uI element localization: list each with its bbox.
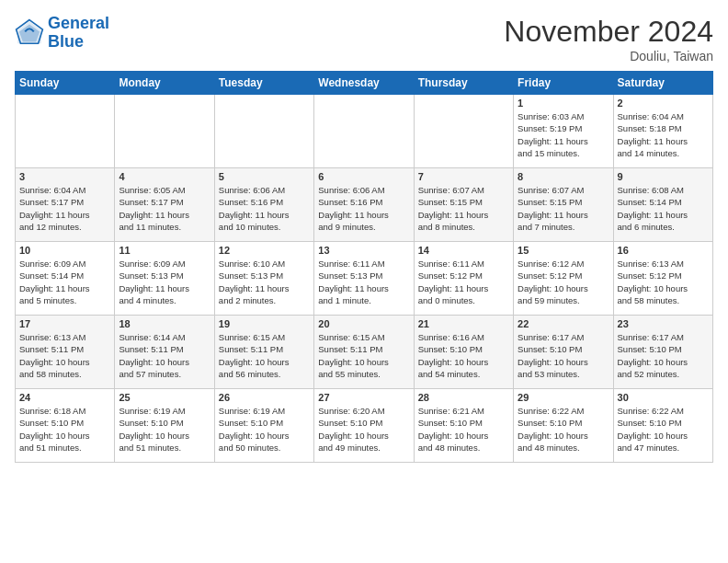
day-number: 8 [518, 171, 609, 182]
day-number: 15 [518, 245, 609, 256]
day-cell: 5Sunrise: 6:06 AM Sunset: 5:16 PM Daylig… [214, 168, 313, 242]
day-info: Sunrise: 6:15 AM Sunset: 5:11 PM Dayligh… [219, 331, 310, 380]
day-info: Sunrise: 6:09 AM Sunset: 5:13 PM Dayligh… [119, 258, 210, 306]
day-number: 16 [618, 245, 709, 256]
day-info: Sunrise: 6:11 AM Sunset: 5:12 PM Dayligh… [418, 258, 509, 306]
day-cell: 7Sunrise: 6:07 AM Sunset: 5:15 PM Daylig… [414, 168, 513, 242]
day-info: Sunrise: 6:17 AM Sunset: 5:10 PM Dayligh… [518, 331, 609, 380]
day-cell: 3Sunrise: 6:04 AM Sunset: 5:17 PM Daylig… [16, 168, 115, 242]
day-info: Sunrise: 6:13 AM Sunset: 5:11 PM Dayligh… [19, 331, 110, 380]
day-info: Sunrise: 6:06 AM Sunset: 5:16 PM Dayligh… [318, 184, 409, 233]
day-info: Sunrise: 6:10 AM Sunset: 5:13 PM Dayligh… [219, 258, 310, 306]
day-cell: 14Sunrise: 6:11 AM Sunset: 5:12 PM Dayli… [414, 242, 513, 316]
day-info: Sunrise: 6:18 AM Sunset: 5:10 PM Dayligh… [19, 405, 110, 454]
week-row-1: 1Sunrise: 6:03 AM Sunset: 5:19 PM Daylig… [16, 95, 713, 168]
weekday-header-thursday: Thursday [414, 72, 513, 95]
day-number: 22 [518, 318, 609, 329]
day-number: 12 [219, 245, 310, 256]
calendar-table: SundayMondayTuesdayWednesdayThursdayFrid… [15, 71, 713, 463]
day-cell: 10Sunrise: 6:09 AM Sunset: 5:14 PM Dayli… [16, 242, 115, 316]
day-cell [214, 95, 313, 168]
weekday-header-sunday: Sunday [16, 72, 115, 95]
page-header: General Blue November 2024 Douliu, Taiwa… [15, 15, 713, 63]
day-cell: 30Sunrise: 6:22 AM Sunset: 5:10 PM Dayli… [613, 389, 712, 463]
day-info: Sunrise: 6:07 AM Sunset: 5:15 PM Dayligh… [518, 184, 609, 233]
day-cell: 24Sunrise: 6:18 AM Sunset: 5:10 PM Dayli… [16, 389, 115, 463]
day-info: Sunrise: 6:22 AM Sunset: 5:10 PM Dayligh… [518, 405, 609, 454]
day-info: Sunrise: 6:21 AM Sunset: 5:10 PM Dayligh… [418, 405, 509, 454]
day-number: 11 [119, 245, 210, 256]
logo-blue: Blue [48, 32, 84, 51]
day-cell: 26Sunrise: 6:19 AM Sunset: 5:10 PM Dayli… [214, 389, 313, 463]
day-cell: 15Sunrise: 6:12 AM Sunset: 5:12 PM Dayli… [514, 242, 613, 316]
day-cell [314, 95, 414, 168]
day-info: Sunrise: 6:09 AM Sunset: 5:14 PM Dayligh… [19, 258, 110, 306]
day-number: 6 [318, 171, 409, 182]
day-cell: 27Sunrise: 6:20 AM Sunset: 5:10 PM Dayli… [314, 389, 414, 463]
day-number: 20 [318, 318, 409, 329]
day-info: Sunrise: 6:04 AM Sunset: 5:18 PM Dayligh… [618, 110, 709, 159]
day-number: 3 [19, 171, 110, 182]
weekday-header-saturday: Saturday [613, 72, 712, 95]
day-cell: 2Sunrise: 6:04 AM Sunset: 5:18 PM Daylig… [613, 95, 712, 168]
day-info: Sunrise: 6:07 AM Sunset: 5:15 PM Dayligh… [418, 184, 509, 233]
day-number: 26 [219, 392, 310, 403]
day-cell: 25Sunrise: 6:19 AM Sunset: 5:10 PM Dayli… [115, 389, 214, 463]
day-cell: 19Sunrise: 6:15 AM Sunset: 5:11 PM Dayli… [214, 316, 313, 389]
day-info: Sunrise: 6:20 AM Sunset: 5:10 PM Dayligh… [318, 405, 409, 454]
day-info: Sunrise: 6:06 AM Sunset: 5:16 PM Dayligh… [219, 184, 310, 233]
day-cell: 20Sunrise: 6:15 AM Sunset: 5:11 PM Dayli… [314, 316, 414, 389]
day-number: 14 [418, 245, 509, 256]
logo-icon [15, 18, 44, 48]
day-cell: 29Sunrise: 6:22 AM Sunset: 5:10 PM Dayli… [514, 389, 613, 463]
day-cell [16, 95, 115, 168]
day-info: Sunrise: 6:22 AM Sunset: 5:10 PM Dayligh… [618, 405, 709, 454]
day-number: 24 [19, 392, 110, 403]
day-number: 9 [618, 171, 709, 182]
day-cell: 17Sunrise: 6:13 AM Sunset: 5:11 PM Dayli… [16, 316, 115, 389]
week-row-2: 3Sunrise: 6:04 AM Sunset: 5:17 PM Daylig… [16, 168, 713, 242]
day-number: 4 [119, 171, 210, 182]
day-number: 30 [618, 392, 709, 403]
day-info: Sunrise: 6:08 AM Sunset: 5:14 PM Dayligh… [618, 184, 709, 233]
weekday-header-monday: Monday [115, 72, 214, 95]
day-cell: 6Sunrise: 6:06 AM Sunset: 5:16 PM Daylig… [314, 168, 414, 242]
day-info: Sunrise: 6:04 AM Sunset: 5:17 PM Dayligh… [19, 184, 110, 233]
week-row-4: 17Sunrise: 6:13 AM Sunset: 5:11 PM Dayli… [16, 316, 713, 389]
day-info: Sunrise: 6:15 AM Sunset: 5:11 PM Dayligh… [318, 331, 409, 380]
day-cell [115, 95, 214, 168]
day-info: Sunrise: 6:12 AM Sunset: 5:12 PM Dayligh… [518, 258, 609, 306]
day-number: 28 [418, 392, 509, 403]
day-number: 29 [518, 392, 609, 403]
logo-general: General [48, 14, 109, 32]
day-info: Sunrise: 6:19 AM Sunset: 5:10 PM Dayligh… [219, 405, 310, 454]
day-number: 19 [219, 318, 310, 329]
day-cell: 22Sunrise: 6:17 AM Sunset: 5:10 PM Dayli… [514, 316, 613, 389]
day-number: 13 [318, 245, 409, 256]
day-number: 17 [19, 318, 110, 329]
day-number: 10 [19, 245, 110, 256]
weekday-header-row: SundayMondayTuesdayWednesdayThursdayFrid… [16, 72, 713, 95]
day-cell: 9Sunrise: 6:08 AM Sunset: 5:14 PM Daylig… [613, 168, 712, 242]
week-row-5: 24Sunrise: 6:18 AM Sunset: 5:10 PM Dayli… [16, 389, 713, 463]
day-number: 7 [418, 171, 509, 182]
day-info: Sunrise: 6:03 AM Sunset: 5:19 PM Dayligh… [518, 110, 609, 159]
day-number: 1 [518, 98, 609, 109]
day-cell: 12Sunrise: 6:10 AM Sunset: 5:13 PM Dayli… [214, 242, 313, 316]
weekday-header-wednesday: Wednesday [314, 72, 414, 95]
logo-text: General Blue [48, 15, 109, 52]
day-number: 21 [418, 318, 509, 329]
day-cell: 21Sunrise: 6:16 AM Sunset: 5:10 PM Dayli… [414, 316, 513, 389]
day-cell: 8Sunrise: 6:07 AM Sunset: 5:15 PM Daylig… [514, 168, 613, 242]
day-info: Sunrise: 6:05 AM Sunset: 5:17 PM Dayligh… [119, 184, 210, 233]
day-info: Sunrise: 6:11 AM Sunset: 5:13 PM Dayligh… [318, 258, 409, 306]
day-cell: 16Sunrise: 6:13 AM Sunset: 5:12 PM Dayli… [613, 242, 712, 316]
title-block: November 2024 Douliu, Taiwan [504, 15, 713, 63]
day-info: Sunrise: 6:17 AM Sunset: 5:10 PM Dayligh… [618, 331, 709, 380]
location-subtitle: Douliu, Taiwan [504, 49, 713, 63]
day-number: 18 [119, 318, 210, 329]
day-cell: 28Sunrise: 6:21 AM Sunset: 5:10 PM Dayli… [414, 389, 513, 463]
logo: General Blue [15, 15, 109, 52]
day-number: 23 [618, 318, 709, 329]
day-cell: 4Sunrise: 6:05 AM Sunset: 5:17 PM Daylig… [115, 168, 214, 242]
